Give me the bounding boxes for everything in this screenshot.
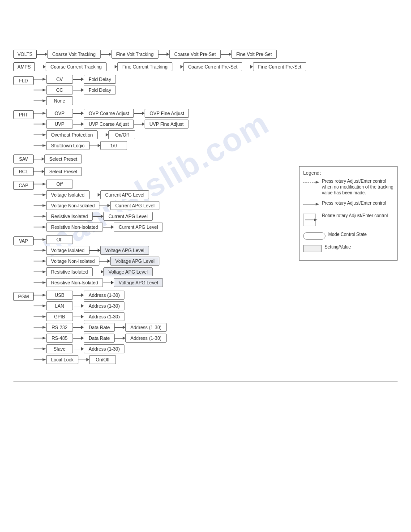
fine-current-preset: Fine Current Pre-Set [253,62,306,71]
legend-item-5: Setting/Value [303,244,394,252]
svg-marker-31 [43,270,46,273]
vap-res-noniso-arrow [103,281,114,284]
svg-marker-13 [43,144,46,147]
vap-branch-3-conn [34,258,46,264]
rcl-select-preset: Select Preset [44,167,82,176]
fld-cv-arrow [73,77,84,81]
cap-res-noniso-level: Current APG Level [114,223,163,232]
fld-cv: CV [46,75,73,84]
diagram-area: VOLTS Coarse Volt Tracking Fine Volt Tra… [0,45,411,372]
vap-volt-noniso-arrow [99,259,110,263]
legend-box: Legend: Press rotary Adjust/Enter contro… [299,166,398,261]
rcl-arrow [34,170,44,173]
svg-marker-25 [43,238,46,241]
cap-res-noniso-arrow [103,225,114,229]
pgm-slave: Slave [46,344,73,353]
pgm-branch-3-conn [34,313,46,320]
prt-uvp-arrow1 [73,122,84,126]
prt-ovp-arrow2 [134,112,145,115]
sav-select-preset: Select Preset [44,154,82,163]
pgm-locallock-onoff: On/Off [89,355,116,364]
fine-volt-tracking: Fine Volt Tracking [111,50,158,59]
legend-text-5: Setting/Value [325,244,351,250]
bottom-divider [13,381,398,382]
legend-title: Legend: [303,170,394,176]
pgm-gpib-arrow [73,315,84,318]
vap-branch-1-conn [34,236,46,243]
vap-label: VAP [13,236,34,245]
prt-overheat: Overheat Protection [46,130,98,139]
pgm-slave-arrow [73,347,84,351]
vap-branch-5-conn [34,279,46,286]
pgm-rs485: RS-485 [46,334,73,343]
pgm-branch-5-conn [34,335,46,341]
pgm-branch-1-conn [34,292,46,298]
svg-marker-41 [43,326,46,329]
prt-overheat-arrow [98,133,108,137]
prt-shutdown-arrow [90,144,100,147]
fine-current-tracking: Fine Current Tracking [117,62,172,71]
fld-cc: CC [46,86,73,94]
vap-res-noniso-level: Voltage APG Level [114,278,163,287]
prt-branch-1-connector [34,110,46,116]
pgm-branch-7-conn [34,356,46,363]
cap-volt-iso-level: Current APG Level [100,190,150,199]
svg-marker-17 [43,193,46,196]
cap-label: CAP [13,181,34,190]
svg-marker-15 [43,183,46,185]
prt-shutdown: Shutdown Logic [46,141,90,150]
prt-ovp-fine: OVP Fine Adjust [145,109,189,118]
prt-branch-3-connector [34,132,46,138]
coarse-volt-preset: Coarse Volt Pre-Set [169,50,221,59]
svg-marker-39 [43,315,46,318]
arrow-6 [107,65,117,69]
amps-section: AMPS Coarse Current Tracking Fine Curren… [13,62,398,71]
cap-branch-3-conn [34,202,46,209]
cap-volt-noniso-arrow [99,204,110,207]
volts-label: VOLTS [13,50,37,59]
prt-shutdown-10: 1/0 [100,141,127,150]
legend-item-1: Press rotary Adjust/Enter control when n… [303,178,394,196]
coarse-volt-tracking: Coarse Volt Tracking [47,50,101,59]
vap-volt-iso-level: Voltage APG Level [100,246,150,255]
legend-item-3: Rotate rotary Adjust/Enter control [303,213,394,227]
pgm-usb-addr: Address (1-30) [84,291,124,300]
svg-marker-29 [43,260,46,262]
legend-text-2: Press rotary Adjust/Enter control [322,200,386,206]
prt-overheat-onoff: On/Off [108,130,135,139]
legend-mode-box-icon [303,232,325,240]
prt-ovp-coarse: OVP Coarse Adjust [84,109,134,118]
svg-marker-47 [43,358,46,361]
legend-value-box-shape [303,245,322,252]
pgm-section: PGM USB Address (1-30) LAN [13,291,398,364]
legend-item-4: Mode Control State [303,232,394,240]
cap-res-iso: Resistive Isolated [46,212,93,221]
pgm-slave-addr: Address (1-30) [84,344,124,353]
volts-section: VOLTS Coarse Volt Tracking Fine Volt Tra… [13,50,398,59]
svg-marker-3 [43,89,46,91]
vap-branch-2-conn [34,247,46,253]
svg-marker-7 [43,112,46,115]
legend-value-box-icon [303,245,322,252]
arrow-5 [35,65,46,69]
fld-branch-2-connector [34,87,46,93]
legend-text-4: Mode Control State [328,232,367,237]
arrow-4 [221,52,231,56]
fld-section: FLD CV Fold Delay CC Fold D [13,75,398,105]
prt-ovp: OVP [46,109,73,118]
arrow-7 [172,65,183,69]
svg-marker-49 [316,181,319,184]
svg-marker-45 [43,348,46,350]
arrow-2 [101,52,111,56]
cap-res-iso-level: Current APG Level [103,212,153,221]
vap-res-iso: Resistive Isolated [46,267,93,276]
legend-solid-arrow-icon [303,201,319,208]
vap-volt-noniso-level: Voltage APG Level [110,257,159,266]
pgm-lan-arrow [73,304,84,308]
fld-cc-arrow [73,88,84,92]
vap-volt-iso-arrow [90,249,100,252]
cap-off: Off [46,180,73,189]
legend-text-3: Rotate rotary Adjust/Enter control [322,213,388,219]
pgm-rs485-arrow1 [73,336,84,340]
prt-section: PRT OVP OVP Coarse Adjust OVP Fine Adjus… [13,109,398,150]
